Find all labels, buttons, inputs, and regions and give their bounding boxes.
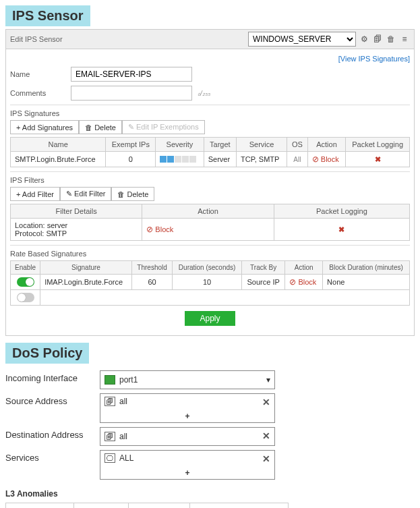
- col-service: Service: [237, 138, 287, 152]
- edit-ips-header: Edit IPS Sensor WINDOWS_SERVER ⚙ 🗐 🗑 ≡: [5, 29, 415, 49]
- ips-signatures-heading: IPS Signatures: [10, 105, 410, 120]
- list-icon[interactable]: ≡: [399, 34, 410, 45]
- rcol-duration: Duration (seconds): [173, 261, 242, 275]
- sig-exempt: 0: [106, 152, 156, 167]
- incoming-if-label: Incoming Interface: [5, 370, 100, 383]
- filter-details: Location: server Protocol: SMTP: [11, 219, 142, 241]
- delete-signatures-button[interactable]: 🗑 Delete: [79, 120, 122, 134]
- sig-packet: ✖: [346, 152, 410, 167]
- col-os: OS: [287, 138, 308, 152]
- rcol-blockdur: Block Duration (minutes): [323, 261, 410, 275]
- rate-row[interactable]: IMAP.Login.Brute.Force 60 10 Source IP B…: [11, 275, 410, 290]
- clear-icon[interactable]: ✕: [262, 430, 270, 441]
- apply-button[interactable]: Apply: [185, 311, 235, 326]
- view-signatures-link[interactable]: [View IPS Signatures]: [10, 55, 410, 63]
- edit-filter-button[interactable]: ✎ Edit Filter: [60, 187, 112, 201]
- address-icon: 🗐: [104, 432, 115, 441]
- l3-table: Name Status Logging PassBlock Action ip_…: [5, 503, 289, 508]
- service-icon: 🖵: [104, 453, 115, 463]
- rcol-trackby: Track By: [241, 261, 285, 275]
- col-name: Name: [11, 138, 106, 152]
- profile-select[interactable]: WINDOWS_SERVER: [248, 32, 356, 47]
- sig-os: All: [287, 152, 308, 167]
- source-addr-field[interactable]: 🗐all ✕ +: [100, 393, 275, 423]
- gear-icon[interactable]: ⚙: [359, 34, 369, 45]
- rate-enable[interactable]: [11, 275, 40, 290]
- filters-table: Filter Details Action Packet Logging Loc…: [10, 204, 410, 241]
- col-packet: Packet Logging: [346, 138, 410, 152]
- chevron-down-icon: ▾: [266, 375, 270, 385]
- rate-row-disabled: [11, 290, 410, 306]
- rate-heading: Rate Based Signatures: [10, 245, 410, 260]
- comments-label: Comments: [10, 89, 71, 97]
- filter-packet: ✖: [274, 219, 409, 241]
- port-icon: [104, 375, 115, 385]
- sig-action: Block: [307, 152, 345, 167]
- clear-icon[interactable]: ✕: [262, 453, 270, 464]
- comments-input[interactable]: [71, 86, 192, 101]
- clone-icon[interactable]: 🗐: [372, 34, 383, 45]
- ips-section-title: IPS Sensor: [5, 5, 90, 26]
- sig-name: SMTP.Login.Brute.Force: [11, 152, 106, 167]
- rate-threshold: 60: [131, 275, 172, 290]
- name-input[interactable]: [71, 67, 192, 82]
- name-label: Name: [10, 70, 71, 78]
- rate-table: Enable Signature Threshold Duration (sec…: [10, 260, 410, 306]
- sig-target: Server: [204, 152, 236, 167]
- add-icon[interactable]: +: [185, 468, 189, 478]
- clear-icon[interactable]: ✕: [262, 397, 270, 407]
- rcol-action: Action: [285, 261, 323, 275]
- l3col-status: Status: [73, 503, 128, 508]
- dos-section-title: DoS Policy: [5, 343, 89, 364]
- dest-addr-label: Destination Address: [5, 427, 100, 440]
- fcol-details: Filter Details: [11, 204, 142, 219]
- dest-addr-field[interactable]: 🗐all ✕: [100, 427, 275, 446]
- delete-filter-button[interactable]: 🗑 Delete: [111, 187, 154, 201]
- edit-ip-exemptions-button: ✎ Edit IP Exemptions: [122, 120, 205, 134]
- col-action: Action: [307, 138, 345, 152]
- rcol-enable: Enable: [11, 261, 40, 275]
- rate-blockdur: None: [323, 275, 410, 290]
- services-label: Services: [5, 450, 100, 463]
- rcol-signature: Signature: [40, 261, 132, 275]
- sig-severity: [156, 152, 204, 167]
- edit-ips-label: Edit IPS Sensor: [10, 35, 248, 43]
- fcol-action: Action: [142, 204, 274, 219]
- add-signatures-button[interactable]: + Add Signatures: [10, 120, 79, 134]
- col-severity: Severity: [156, 138, 204, 152]
- col-exempt: Exempt IPs: [106, 138, 156, 152]
- l3col-logging: Logging: [129, 503, 189, 508]
- signature-row[interactable]: SMTP.Login.Brute.Force 0 Server TCP, SMT…: [11, 152, 410, 167]
- rate-action: Block: [285, 275, 323, 290]
- add-filter-button[interactable]: + Add Filter: [10, 187, 60, 201]
- l3-heading: L3 Anomalies: [5, 489, 415, 499]
- source-addr-label: Source Address: [5, 393, 100, 406]
- delete-profile-icon[interactable]: 🗑: [386, 34, 396, 45]
- l3col-name: Name: [6, 503, 74, 508]
- col-target: Target: [204, 138, 236, 152]
- rate-trackby: Source IP: [241, 275, 285, 290]
- rcol-threshold: Threshold: [131, 261, 172, 275]
- fcol-packet: Packet Logging: [274, 204, 409, 219]
- ips-filters-heading: IPS Filters: [10, 171, 410, 187]
- l3col-action: PassBlock Action: [189, 503, 289, 508]
- incoming-if-select[interactable]: port1 ▾: [100, 370, 275, 389]
- services-field[interactable]: 🖵ALL ✕ +: [100, 450, 275, 480]
- filter-row[interactable]: Location: server Protocol: SMTP Block ✖: [11, 219, 410, 241]
- filter-action: Block: [142, 219, 274, 241]
- rate-signature: IMAP.Login.Brute.Force: [40, 275, 132, 290]
- comments-hint: ₀/₂₅₅: [198, 90, 210, 97]
- sig-service: TCP, SMTP: [237, 152, 287, 167]
- signatures-table: Name Exempt IPs Severity Target Service …: [10, 137, 410, 167]
- address-icon: 🗐: [104, 397, 115, 406]
- rate-duration: 10: [173, 275, 242, 290]
- add-icon[interactable]: +: [185, 412, 189, 421]
